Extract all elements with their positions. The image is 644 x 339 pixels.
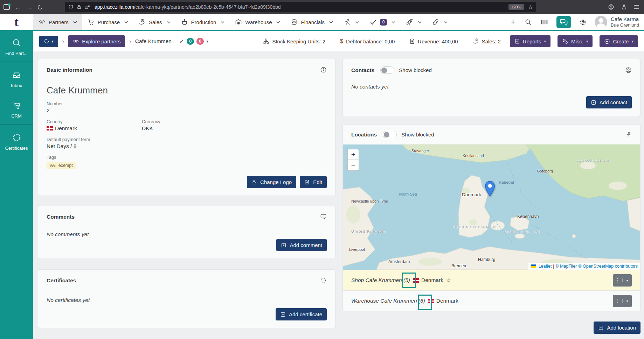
tab-financials[interactable]: Financials (285, 14, 338, 30)
account-company: Cafe Karma (611, 16, 639, 23)
dollar-icon: $ (340, 38, 343, 44)
tab-purchase[interactable]: Purchase (82, 14, 133, 30)
barcode-icon[interactable] (536, 19, 553, 25)
tab-activities[interactable] (338, 14, 365, 30)
misc-button[interactable]: Misc. ▾ (558, 35, 593, 47)
pushpin-icon[interactable] (626, 132, 632, 137)
chat-button[interactable] (556, 16, 571, 28)
gear-icon[interactable] (575, 19, 591, 26)
dots-vertical-icon: ⋮ (613, 277, 622, 283)
plus-square-icon (281, 242, 286, 248)
search-icon[interactable] (520, 19, 536, 26)
maptiler-link[interactable]: © MapTiler (555, 264, 577, 269)
comments-card: Comments No comments yet Add comment (38, 206, 335, 259)
change-logo-button[interactable]: Change Logo (247, 176, 296, 188)
sidebar-item-certificates[interactable]: Certificates (0, 126, 33, 156)
pot-icon (181, 19, 188, 26)
card-title: Comments (47, 214, 75, 220)
extensions-icon[interactable] (621, 4, 627, 10)
browser-bar: ← → app.tracezilla.com/cafe-karma-ykq/pa… (0, 0, 644, 14)
tab-warehouse[interactable]: Warehouse (230, 14, 285, 30)
bookmark-star-icon[interactable]: ☆ (528, 4, 533, 10)
breadcrumb-separator: › (62, 37, 64, 45)
location-marker-icon[interactable] (485, 181, 495, 198)
breadcrumb-separator: › (129, 37, 131, 45)
osm-link[interactable]: © OpenStreetMap contributors (578, 264, 638, 269)
reports-button[interactable]: Reports ▾ (510, 35, 550, 47)
invoice-icon (409, 38, 415, 44)
sidebar-item-find-partners[interactable]: Find Part... (0, 31, 33, 62)
certificates-empty-text: No certificates yet (47, 297, 327, 303)
location-row[interactable]: Warehouse Cafe Krummen (6) Denmark ⋮ ▾ (343, 290, 640, 311)
location-actions-button[interactable]: ⋮ ▾ (613, 274, 632, 287)
lock-icon[interactable] (77, 5, 82, 9)
explore-partners-label: Explore partners (82, 38, 120, 44)
field-label: Currency (142, 119, 237, 124)
shield-icon[interactable] (68, 5, 74, 10)
add-certificate-button[interactable]: Add certificate (276, 308, 327, 320)
window-icon[interactable] (4, 4, 10, 10)
leaflet-link[interactable]: Leaflet (539, 264, 552, 269)
chevron-down-icon (444, 21, 448, 23)
map-label: Kattegat (499, 180, 514, 184)
favorite-star-icon[interactable]: ☆ (446, 277, 451, 284)
rosette-icon[interactable] (320, 277, 327, 284)
edit-button[interactable]: Edit (300, 176, 327, 188)
add-comment-button[interactable]: Add comment (276, 239, 327, 251)
account-icon[interactable] (608, 4, 614, 10)
explore-partners-button[interactable]: Explore partners (68, 35, 125, 47)
card-title: Basic information (47, 67, 92, 73)
tab-label: Production (191, 19, 216, 25)
location-actions-button[interactable]: ⋮ ▾ (613, 295, 632, 307)
create-button[interactable]: Create ▾ (600, 35, 638, 47)
account-info[interactable]: Cafe Karma Bue Grønlund (611, 16, 639, 28)
tab-sales[interactable]: $ Sales (133, 14, 176, 30)
show-blocked-toggle[interactable] (383, 131, 397, 138)
map-label: Hamburg (478, 257, 495, 262)
reload-icon[interactable] (37, 4, 43, 10)
zoom-in-button[interactable]: + (348, 149, 359, 160)
sidebar-item-inbox[interactable]: Inbox (0, 63, 33, 94)
speech-bubble-icon[interactable] (320, 213, 327, 220)
back-icon[interactable]: ← (15, 4, 21, 10)
info-icon[interactable] (320, 66, 327, 73)
reports-label: Reports (523, 38, 541, 44)
sidebar-item-crm[interactable]: CRM (0, 94, 33, 125)
status-dropdown[interactable]: ✓ 0 0 ▾ (179, 38, 208, 45)
location-row[interactable]: Shop Cafe Krummen (5) Denmark ☆ ⋮ ▾ (343, 270, 640, 290)
tab-production[interactable]: Production (176, 14, 230, 30)
contacts-empty-text: No contacts yet (351, 84, 632, 90)
map[interactable]: Danmark København Hamburg Bremen Amsterd… (343, 144, 640, 270)
url-bar[interactable]: app.tracezilla.com/cafe-karma-ykq/partne… (65, 2, 536, 12)
tab-label: Financials (301, 19, 325, 25)
add-contact-button[interactable]: Add contact (586, 96, 632, 108)
menu-icon[interactable] (634, 5, 639, 9)
location-name: Warehouse Cafe Krummen (6) (351, 298, 425, 304)
show-blocked-toggle[interactable] (380, 66, 394, 74)
tab-partners[interactable]: Partners (33, 14, 82, 30)
tab-label: Purchase (98, 19, 120, 25)
forward-icon[interactable]: → (26, 4, 32, 10)
permissions-icon[interactable] (85, 5, 90, 9)
card-title: Contacts (351, 67, 374, 73)
tab-tasks[interactable]: 0 (365, 14, 401, 30)
contacts-card: Contacts Show blocked No contacts yet Ad… (342, 59, 640, 116)
zoom-out-button[interactable]: − (348, 160, 359, 170)
app-logo[interactable]: t (0, 14, 33, 30)
tasks-count-badge: 0 (380, 19, 387, 26)
card-title: Locations (351, 132, 377, 138)
breadcrumb-current: Cafe Krummen (135, 38, 172, 44)
person-icon[interactable] (625, 67, 632, 73)
history-button[interactable]: ▾ (39, 36, 58, 47)
add-location-button[interactable]: Add location (594, 322, 640, 334)
add-tab-button[interactable]: + (506, 17, 520, 27)
basic-information-card: Basic information Cafe Krummen Number 2 … (38, 59, 335, 196)
tab-integrations[interactable] (427, 14, 453, 30)
denmark-flag-icon (413, 278, 419, 283)
tab-launch[interactable] (401, 14, 427, 30)
avatar[interactable] (595, 16, 607, 28)
location-country: Denmark (421, 277, 443, 283)
browser-zoom-badge[interactable]: 120% (508, 4, 524, 10)
dots-vertical-icon: ⋮ (613, 298, 622, 304)
svg-text:$: $ (142, 19, 143, 22)
